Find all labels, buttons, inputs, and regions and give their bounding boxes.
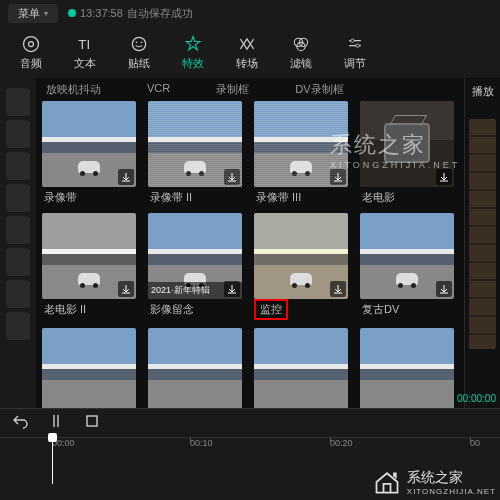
effect-thumb[interactable]: [254, 213, 348, 299]
svg-point-1: [29, 41, 34, 46]
effect-thumb[interactable]: [360, 328, 454, 408]
svg-point-9: [351, 39, 354, 42]
category-label[interactable]: DV录制框: [295, 82, 343, 97]
svg-point-3: [132, 37, 145, 50]
tab-audio-label: 音频: [20, 57, 42, 69]
tab-transition-label: 转场: [236, 57, 258, 69]
tab-effect[interactable]: 特效: [166, 34, 220, 71]
effect-thumb[interactable]: 2021·新年特辑: [148, 213, 242, 299]
tab-transition[interactable]: 转场: [220, 34, 274, 71]
effect-label-highlighted: 监控: [254, 299, 288, 320]
timeline-playhead[interactable]: [52, 438, 53, 484]
sidebar-item[interactable]: [6, 88, 30, 116]
download-icon[interactable]: [224, 281, 240, 297]
autosave-text: 自动保存成功: [127, 6, 193, 21]
sidebar-item[interactable]: [6, 184, 30, 212]
effect-thumb[interactable]: [254, 328, 348, 408]
svg-point-4: [136, 41, 138, 43]
crop-icon: [84, 413, 100, 429]
svg-text:TI: TI: [78, 37, 90, 52]
tab-sticker-label: 贴纸: [128, 57, 150, 69]
effect-thumb[interactable]: [42, 328, 136, 408]
main-menu-button[interactable]: 菜单: [8, 4, 58, 23]
watermark-sub: XITONGZHIJIA.NET: [407, 487, 496, 496]
timeline-tick: 00: [470, 438, 480, 448]
category-label[interactable]: 放映机抖动: [46, 82, 101, 97]
preview-timestamp: 00:00:00: [457, 393, 496, 404]
download-icon[interactable]: [118, 281, 134, 297]
transition-icon: [237, 34, 257, 54]
category-row: 放映机抖动 VCR 录制框 DV录制框: [42, 82, 458, 101]
tab-adjust[interactable]: 调节: [328, 34, 382, 71]
svg-point-10: [356, 44, 359, 47]
preview-filmstrip: [469, 119, 496, 349]
download-icon[interactable]: [118, 169, 134, 185]
undo-button[interactable]: [12, 413, 28, 433]
effect-thumb[interactable]: [360, 101, 454, 187]
tab-sticker[interactable]: 贴纸: [112, 34, 166, 71]
tab-text[interactable]: TI 文本: [58, 34, 112, 71]
category-label[interactable]: 录制框: [216, 82, 249, 97]
sticker-icon: [129, 34, 149, 54]
svg-rect-11: [87, 416, 97, 426]
effect-label: 录像带 II: [148, 187, 242, 205]
split-icon: [48, 413, 64, 429]
watermark-corner: 系统之家 XITONGZHIJIA.NET: [373, 468, 496, 496]
download-icon[interactable]: [330, 281, 346, 297]
effect-label: 影像留念: [148, 299, 242, 317]
download-icon[interactable]: [436, 281, 452, 297]
timeline-tick: 00:10: [190, 438, 213, 448]
effect-thumb[interactable]: [360, 213, 454, 299]
autosave-time: 13:37:58: [80, 7, 123, 19]
svg-point-0: [24, 36, 39, 51]
sidebar-item[interactable]: [6, 312, 30, 340]
svg-point-5: [141, 41, 143, 43]
text-icon: TI: [75, 34, 95, 54]
sidebar-item[interactable]: [6, 280, 30, 308]
tab-adjust-label: 调节: [344, 57, 366, 69]
effect-label: 录像带: [42, 187, 136, 205]
category-label[interactable]: VCR: [147, 82, 170, 97]
undo-icon: [12, 413, 28, 429]
tab-filter-label: 滤镜: [290, 57, 312, 69]
sidebar-item[interactable]: [6, 248, 30, 276]
adjust-icon: [345, 34, 365, 54]
effect-icon: [183, 34, 203, 54]
effect-label: 老电影 II: [42, 299, 136, 317]
effect-label: 复古DV: [360, 299, 454, 317]
effect-thumb[interactable]: [148, 328, 242, 408]
watermark-brand: 系统之家: [407, 469, 463, 485]
tab-text-label: 文本: [74, 57, 96, 69]
crop-button[interactable]: [84, 413, 100, 433]
effect-thumb[interactable]: [42, 101, 136, 187]
tools-toolbar: 音频 TI 文本 贴纸 特效 转场 滤镜 调节: [0, 26, 500, 78]
house-icon: [373, 468, 401, 496]
timeline-tick: 00:20: [330, 438, 353, 448]
preview-panel: 播放 00:00:00: [464, 78, 500, 408]
split-button[interactable]: [48, 413, 64, 433]
effect-thumb[interactable]: [254, 101, 348, 187]
sidebar-item[interactable]: [6, 152, 30, 180]
tab-effect-label: 特效: [182, 57, 204, 69]
main-menu-label: 菜单: [18, 6, 40, 21]
effect-label: 录像带 III: [254, 187, 348, 205]
tab-filter[interactable]: 滤镜: [274, 34, 328, 71]
download-icon[interactable]: [330, 169, 346, 185]
autosave-status: 13:37:58 自动保存成功: [68, 6, 193, 21]
effect-thumb[interactable]: [42, 213, 136, 299]
download-icon[interactable]: [224, 169, 240, 185]
timeline-ruler[interactable]: 00:00 00:10 00:20 00: [0, 437, 500, 451]
effect-label: 老电影: [360, 187, 454, 205]
category-sidebar: [0, 78, 36, 408]
audio-icon: [21, 34, 41, 54]
preview-title: 播放: [472, 85, 494, 97]
sidebar-item[interactable]: [6, 120, 30, 148]
filter-icon: [291, 34, 311, 54]
download-icon[interactable]: [436, 169, 452, 185]
status-dot-icon: [68, 9, 76, 17]
effect-thumb[interactable]: [148, 101, 242, 187]
tab-audio[interactable]: 音频: [4, 34, 58, 71]
sidebar-item[interactable]: [6, 216, 30, 244]
